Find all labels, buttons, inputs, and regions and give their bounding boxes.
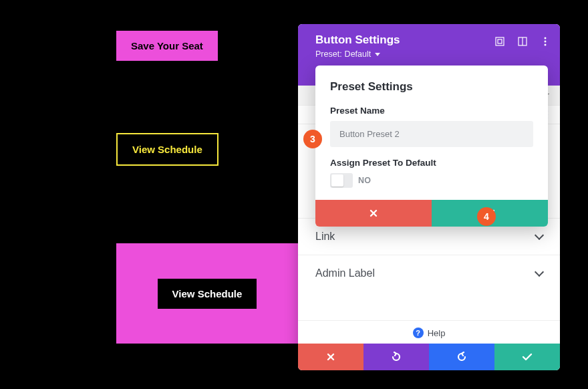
close-icon [326,352,335,362]
link-section-label: Link [315,231,335,243]
panel-footer-actions [298,344,560,370]
help-link[interactable]: ? Help [298,320,560,344]
caret-down-icon [375,53,380,56]
chevron-down-icon [535,267,544,277]
preset-selector[interactable]: Preset: Default [315,49,547,59]
preset-name-input[interactable] [330,121,533,147]
toggle-value-text: NO [358,176,371,185]
view-schedule-black-button[interactable]: View Schedule [158,279,257,309]
annotation-badge-4: 4 [477,207,496,226]
panel-layout-icon[interactable] [517,36,528,47]
assign-default-toggle[interactable] [330,173,353,188]
footer-close-button[interactable] [298,344,363,370]
preset-settings-popover: Preset Settings Preset Name Assign Prese… [315,66,548,227]
footer-redo-button[interactable] [429,344,494,370]
panel-header: Button Settings Preset: Default [298,24,560,66]
chevron-down-icon [535,231,544,240]
more-vertical-icon[interactable] [540,36,551,47]
button-settings-panel: Button Settings Preset: Default Preset S… [298,24,560,370]
view-schedule-outline-button[interactable]: View Schedule [116,133,218,166]
help-icon: ? [413,328,424,338]
footer-undo-button[interactable] [363,344,429,370]
expand-icon[interactable] [494,36,505,47]
close-icon [369,209,378,218]
toggle-knob [331,174,343,186]
redo-icon [456,352,467,362]
check-icon [522,352,533,362]
svg-point-4 [545,37,547,39]
preset-name-label: Preset Name [330,106,533,116]
popover-title: Preset Settings [330,80,533,94]
svg-point-5 [545,41,547,43]
panel-body: Preset Settings Preset Name Assign Prese… [298,86,560,320]
assign-default-label: Assign Preset To Default [330,158,533,168]
help-text: Help [428,328,446,338]
footer-save-button[interactable] [494,344,560,370]
admin-label-section-label: Admin Label [315,267,375,279]
svg-point-6 [545,44,547,46]
annotation-badge-3: 3 [303,130,322,148]
preset-value: Default [345,49,372,59]
pink-section: View Schedule [116,243,298,344]
popover-cancel-button[interactable] [315,200,432,227]
preset-prefix: Preset: [315,49,342,59]
save-seat-button[interactable]: Save Your Seat [116,31,218,61]
undo-icon [391,352,402,362]
admin-label-section[interactable]: Admin Label [298,255,560,291]
svg-rect-0 [496,37,504,45]
svg-rect-1 [498,39,502,43]
